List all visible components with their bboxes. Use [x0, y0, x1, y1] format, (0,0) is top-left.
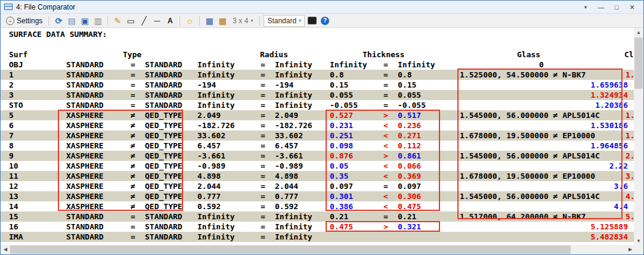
- scroll-up-arrow-icon[interactable]: ▲: [634, 28, 643, 38]
- settings-button[interactable]: ⌄ Settings: [4, 15, 45, 27]
- cell-typeOp: =: [131, 90, 135, 100]
- cell-radOp: =: [261, 201, 265, 212]
- cell-radA: 6.457: [197, 141, 221, 151]
- print-icon-button[interactable]: ▥: [92, 15, 104, 27]
- table-row: 5XASPHERE≠QED_TYPE2.049=2.0490.527>0.517…: [1, 110, 635, 120]
- cell-thkB: 0.097: [398, 181, 421, 191]
- table-row: 1STANDARD=STANDARDInfinity=Infinity0.8=0…: [1, 70, 635, 80]
- cell-radB: 33.602: [275, 130, 303, 141]
- cell-thkA: 0.05: [330, 161, 348, 171]
- cell-radB: Infinity: [275, 212, 312, 222]
- cascade-icon-button[interactable]: ▩: [216, 15, 228, 27]
- cell-surf: 13: [9, 191, 18, 201]
- pencil-icon-button[interactable]: ✎: [112, 15, 123, 27]
- cell-typeA: XASPHERE: [66, 120, 104, 130]
- window-icon-button[interactable]: ▦: [203, 15, 215, 27]
- cell-typeA: STANDARD: [66, 100, 104, 110]
- cell-thkB: 0.8: [398, 70, 411, 80]
- cell-typeB: QED_TYPE: [145, 201, 182, 212]
- cell-clear: 1.324934: [501, 90, 628, 100]
- cell-thkOp: <: [383, 201, 388, 212]
- cell-radB: Infinity: [275, 232, 312, 242]
- maximize-button[interactable]: □: [609, 1, 624, 13]
- settings-label: Settings: [17, 17, 42, 25]
- table-row: 15STANDARD=STANDARDInfinity=Infinity0.21…: [1, 212, 635, 222]
- cell-radA: -194: [197, 80, 216, 90]
- cell-radOp: =: [261, 181, 265, 191]
- cell-typeOp: ≠: [131, 120, 135, 130]
- horizontal-scroll-thumb[interactable]: [10, 245, 571, 254]
- style-dropdown[interactable]: Standard ▾: [264, 15, 305, 27]
- cell-typeOp: =: [131, 80, 135, 90]
- cell-radB: Infinity: [275, 60, 312, 70]
- cell-glass: 1.545000, 56.000000 ≠ APL5014C: [460, 110, 600, 120]
- cell-typeOp: =: [131, 222, 135, 232]
- toolbar-separator: [48, 16, 49, 26]
- rectangle-icon-button[interactable]: ▭: [125, 15, 137, 27]
- cell-clear: 1.659638: [501, 80, 628, 90]
- table-row: 3STANDARD=STANDARDInfinity=Infinity0.055…: [1, 90, 635, 100]
- table-row: 7XASPHERE≠QED_TYPE33.602=33.6020.251<0.2…: [1, 130, 635, 141]
- scroll-left-arrow-icon[interactable]: ◀: [1, 245, 10, 254]
- table-row: IMASTANDARD=STANDARDInfinity=Infinity5.4…: [1, 232, 635, 242]
- toolbar-separator: [107, 16, 108, 26]
- cell-glass: 1.545000, 56.000000 ≠ APL5014C: [460, 151, 600, 161]
- help-button[interactable]: ?: [319, 15, 331, 27]
- cell-typeOp: =: [131, 232, 135, 242]
- cell-thkB: 0.15: [398, 80, 416, 90]
- cell-thkA: 0.876: [330, 151, 353, 161]
- cell-typeA: STANDARD: [66, 90, 104, 100]
- cell-thkA: 0.21: [330, 212, 348, 222]
- horizontal-line-icon-button[interactable]: ─: [151, 15, 163, 27]
- window-menu-arrow-button[interactable]: ▾: [578, 1, 593, 13]
- cell-radB: 2.044: [275, 181, 298, 191]
- horizontal-scrollbar[interactable]: ◀ ▶: [1, 245, 635, 254]
- copy-icon-button[interactable]: ▤: [66, 15, 78, 27]
- cell-radA: -0.989: [197, 161, 225, 171]
- save-icon-button[interactable]: ▣: [79, 15, 91, 27]
- cell-radB: 6.457: [275, 141, 298, 151]
- grid-size-dropdown[interactable]: 3 x 4 ▾: [230, 15, 256, 27]
- lamp-icon-button[interactable]: ☼: [184, 15, 196, 27]
- cell-thkB: 0.066: [398, 161, 421, 171]
- cell-thkA: Infinity: [330, 60, 367, 70]
- minimize-button[interactable]: —: [593, 1, 609, 13]
- cell-thkA: -0.055: [330, 100, 358, 110]
- table-row: 16STANDARD=STANDARDInfinity=Infinity0.47…: [1, 222, 635, 232]
- cell-typeB: STANDARD: [145, 232, 182, 242]
- close-button[interactable]: ✕: [624, 1, 640, 13]
- cell-surf: 8: [9, 141, 14, 151]
- cell-radB: Infinity: [275, 100, 312, 110]
- vertical-scroll-thumb[interactable]: [634, 38, 643, 89]
- cell-radA: Infinity: [197, 90, 235, 100]
- cell-thkOp: =: [383, 212, 388, 222]
- table-row: 12XASPHERE≠QED_TYPE2.044=2.0440.097=0.09…: [1, 181, 635, 191]
- cell-typeA: STANDARD: [66, 222, 104, 232]
- cell-thkA: 0.098: [330, 141, 353, 151]
- cell-clear: 5.482834: [501, 232, 628, 242]
- cell-typeB: QED_TYPE: [145, 161, 182, 171]
- cell-radOp: =: [261, 212, 265, 222]
- column-header-type: Type: [123, 49, 141, 60]
- text-icon-button[interactable]: A: [164, 15, 176, 27]
- cell-thkB: 0.306: [398, 191, 421, 201]
- cell-surf: IMA: [9, 232, 23, 242]
- table-row: 13XASPHERE≠QED_TYPE0.777=0.7770.301<0.30…: [1, 191, 635, 201]
- cell-thkA: 0.527: [330, 110, 353, 120]
- invert-background-button[interactable]: [306, 15, 318, 27]
- cell-radA: 4.898: [197, 171, 221, 181]
- cell-typeB: STANDARD: [145, 212, 182, 222]
- refresh-icon-button[interactable]: ⟳: [52, 15, 64, 27]
- vertical-scrollbar[interactable]: ▲ ▼: [634, 28, 643, 246]
- cell-typeOp: ≠: [131, 201, 135, 212]
- cell-typeA: XASPHERE: [66, 191, 104, 201]
- cell-radB: -182.726: [275, 120, 312, 130]
- toolbar: ⌄ Settings ⟳ ▤ ▣ ▥ ✎ ▭ ╱ ─ A ☼ ▦ ▩ 3 x 4…: [1, 14, 643, 28]
- cell-typeOp: ≠: [131, 141, 135, 151]
- diagonal-line-icon-button[interactable]: ╱: [138, 15, 150, 27]
- cell-typeA: XASPHERE: [66, 141, 104, 151]
- cell-thkOp: >: [383, 110, 388, 120]
- cell-typeB: QED_TYPE: [145, 181, 182, 191]
- table-row: 8XASPHERE≠QED_TYPE6.457=6.4570.098<0.112…: [1, 141, 635, 151]
- cell-radB: 4.898: [275, 171, 298, 181]
